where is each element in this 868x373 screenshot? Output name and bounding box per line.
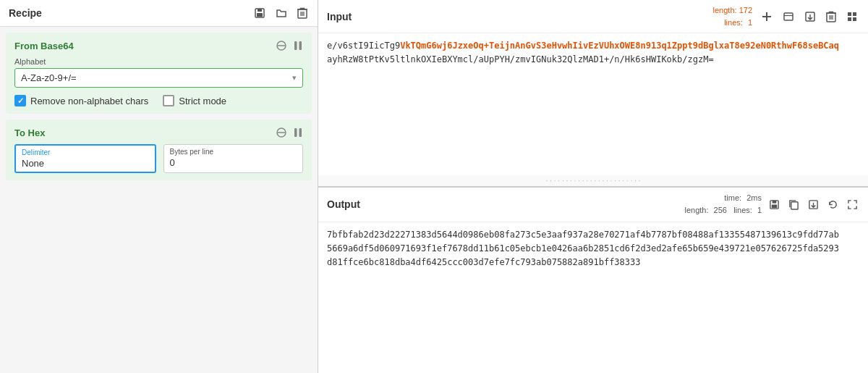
copy-icon xyxy=(788,199,799,210)
input-window-button[interactable] xyxy=(781,9,796,24)
output-lines-label: lines: xyxy=(733,206,752,214)
checkmark-icon: ✓ xyxy=(17,96,24,106)
strict-mode-box xyxy=(163,95,174,106)
load-output-icon xyxy=(808,199,819,210)
svg-rect-19 xyxy=(853,12,856,16)
bytes-per-line-field[interactable]: Bytes per line 0 xyxy=(163,144,304,173)
to-hex-header: To Hex xyxy=(14,127,303,138)
left-panel: Recipe xyxy=(0,0,318,373)
from-base64-pause-button[interactable] xyxy=(293,40,303,51)
output-text-line3: d81ffce6bc818dba4df6425ccc003d7efe7fc793… xyxy=(327,257,640,267)
save-icon xyxy=(254,7,265,19)
from-base64-title: From Base64 xyxy=(14,41,74,51)
svg-rect-18 xyxy=(848,12,851,16)
output-expand-button[interactable] xyxy=(846,198,859,211)
svg-rect-11 xyxy=(299,128,302,137)
svg-rect-25 xyxy=(791,201,798,209)
right-panel: Input length: 172 lines: 1 xyxy=(318,0,868,373)
input-content[interactable]: e/v6stI9IicTg9VkTQmG6wj6JzxeOq+TeijnAnGv… xyxy=(318,33,868,175)
strict-mode-label: Strict mode xyxy=(179,96,226,106)
input-title: Input xyxy=(327,11,352,22)
checkboxes-row: ✓ Remove non-alphabet chars Strict mode xyxy=(14,95,303,106)
svg-rect-6 xyxy=(294,41,297,50)
input-length-value: 172 xyxy=(739,6,752,14)
output-time-label: time: xyxy=(724,193,741,202)
delimiter-field[interactable]: Delimiter None xyxy=(14,144,156,173)
delete-recipe-button[interactable] xyxy=(296,6,309,20)
disable-icon xyxy=(276,41,286,51)
input-lines-value: 1 xyxy=(745,18,752,27)
svg-rect-24 xyxy=(772,204,778,208)
add-input-button[interactable] xyxy=(760,9,774,24)
save-button[interactable] xyxy=(252,6,267,20)
from-base64-header: From Base64 xyxy=(14,40,303,51)
pause-icon xyxy=(294,41,302,51)
output-title: Output xyxy=(327,198,360,210)
output-header: Output time: 2ms length: 256 lines: 1 xyxy=(318,188,868,222)
to-hex-card: To Hex xyxy=(6,120,312,180)
to-hex-disable-button[interactable] xyxy=(276,127,287,138)
to-hex-pause-button[interactable] xyxy=(293,127,303,138)
remove-nonalpha-label: Remove non-alphabet chars xyxy=(30,96,148,106)
input-length-label: length: xyxy=(713,6,737,14)
svg-rect-1 xyxy=(258,9,262,12)
svg-rect-23 xyxy=(773,200,777,203)
output-save-button[interactable] xyxy=(767,198,781,211)
svg-rect-21 xyxy=(853,17,856,21)
input-header: Input length: 172 lines: 1 xyxy=(318,0,868,33)
input-load-button[interactable] xyxy=(803,9,817,24)
save-output-icon xyxy=(769,199,780,210)
bytes-per-line-label: Bytes per line xyxy=(170,148,297,156)
bytes-per-line-value: 0 xyxy=(170,157,297,168)
from-base64-header-icons xyxy=(276,40,303,51)
recipe-header: Recipe xyxy=(0,0,318,27)
output-header-right: time: 2ms length: 256 lines: 1 xyxy=(685,192,860,217)
input-text-plain: e/v6stI9IicTg9 xyxy=(327,41,400,51)
input-section: Input length: 172 lines: 1 xyxy=(318,0,868,188)
svg-rect-14 xyxy=(784,13,793,20)
to-hex-header-icons xyxy=(276,127,303,138)
output-content: 7bfbfab2d23d22271383d5644d0986eb08fa273c… xyxy=(318,222,868,373)
delimiter-value: None xyxy=(22,158,149,169)
alphabet-value: A-Za-z0-9+/= xyxy=(21,72,77,83)
expand-icon xyxy=(847,199,858,210)
remove-nonalpha-box: ✓ xyxy=(14,95,26,106)
input-text-line2: ayhRzW8tPtKv5ltlnkOXIeBXYmcl/aUpPYH/zmvI… xyxy=(327,54,714,64)
input-grid-button[interactable] xyxy=(845,9,859,24)
output-length-label: length: xyxy=(685,206,709,214)
remove-nonalpha-checkbox[interactable]: ✓ Remove non-alphabet chars xyxy=(14,95,148,106)
pause-icon-2 xyxy=(294,127,302,138)
output-lines-value: 1 xyxy=(754,206,762,214)
plus-icon xyxy=(761,11,773,22)
output-text-line1: 7bfbfab2d23d22271383d5644d0986eb08fa273c… xyxy=(327,230,839,240)
recipe-body: From Base64 xyxy=(0,27,318,373)
from-base64-disable-button[interactable] xyxy=(276,40,287,51)
to-hex-title: To Hex xyxy=(14,127,45,138)
alphabet-label: Alphabet xyxy=(14,57,303,66)
svg-rect-10 xyxy=(294,128,297,137)
open-button[interactable] xyxy=(274,6,289,20)
recipe-title: Recipe xyxy=(9,7,42,19)
input-meta: length: 172 lines: 1 xyxy=(713,4,752,28)
trash-input-icon xyxy=(826,11,836,22)
input-header-right: length: 172 lines: 1 xyxy=(713,4,859,28)
dropdown-arrow-icon: ▾ xyxy=(292,73,297,83)
input-delete-button[interactable] xyxy=(825,9,838,24)
trash-icon xyxy=(297,7,307,19)
from-base64-card: From Base64 xyxy=(6,33,312,114)
disable-icon-2 xyxy=(276,127,286,138)
input-text-highlight: VkTQmG6wj6JzxeOq+TeijnAnGvS3eHvwhIivEzVU… xyxy=(400,41,839,51)
output-undo-button[interactable] xyxy=(826,198,840,211)
window-icon xyxy=(783,11,794,22)
alphabet-field-group: Alphabet A-Za-z0-9+/= ▾ xyxy=(14,57,303,88)
recipe-header-icons xyxy=(252,6,309,20)
hex-fields-row: Delimiter None Bytes per line 0 xyxy=(14,144,303,173)
folder-icon xyxy=(276,7,287,19)
output-load-button[interactable] xyxy=(807,198,820,211)
output-copy-button[interactable] xyxy=(787,198,801,211)
grid-icon xyxy=(846,11,858,22)
strict-mode-checkbox[interactable]: Strict mode xyxy=(163,95,226,106)
alphabet-dropdown[interactable]: A-Za-z0-9+/= ▾ xyxy=(14,68,303,88)
svg-rect-20 xyxy=(848,17,851,21)
undo-icon xyxy=(827,199,838,210)
